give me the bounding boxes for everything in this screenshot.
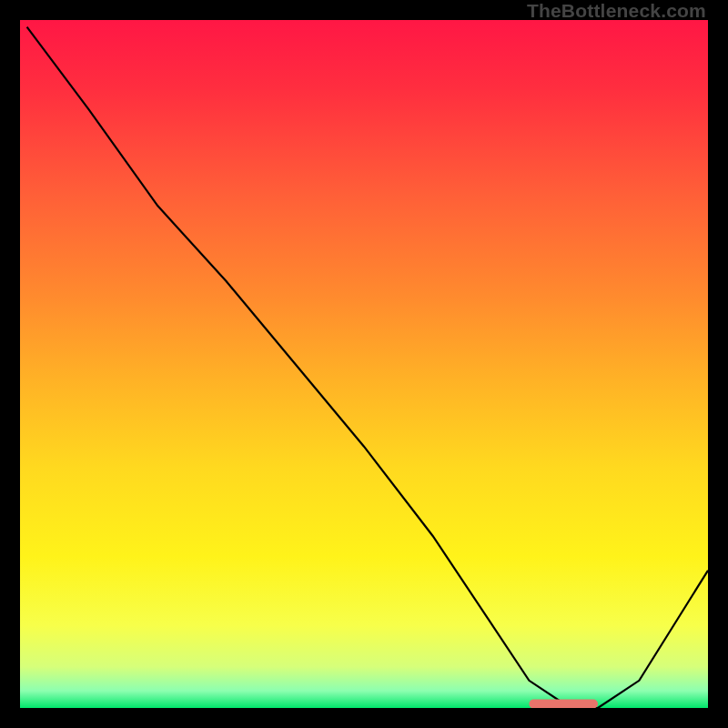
- optimal-range-marker: [529, 700, 598, 709]
- gradient-background: [20, 20, 708, 708]
- chart-area: [20, 20, 708, 708]
- bottleneck-curve-chart: [20, 20, 708, 708]
- watermark-text: TheBottleneck.com: [527, 0, 706, 22]
